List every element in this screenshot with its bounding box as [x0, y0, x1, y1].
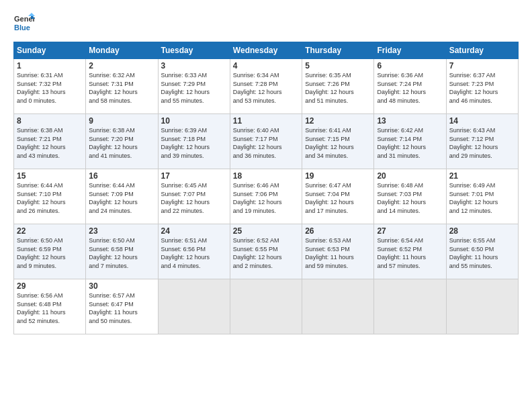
cell-content: Sunrise: 6:49 AM Sunset: 7:01 PM Dayligh… — [449, 181, 515, 215]
cell-content: Sunrise: 6:42 AM Sunset: 7:14 PM Dayligh… — [377, 126, 443, 160]
calendar-cell: 22Sunrise: 6:50 AM Sunset: 6:59 PM Dayli… — [14, 224, 86, 279]
day-number: 26 — [305, 226, 371, 236]
cell-content: Sunrise: 6:52 AM Sunset: 6:55 PM Dayligh… — [233, 236, 299, 270]
day-number: 1 — [17, 61, 83, 71]
day-number: 22 — [17, 226, 83, 236]
day-number: 3 — [161, 61, 227, 71]
calendar-cell: 28Sunrise: 6:55 AM Sunset: 6:50 PM Dayli… — [446, 224, 518, 279]
header-row: SundayMondayTuesdayWednesdayThursdayFrid… — [14, 42, 519, 59]
header-cell-tuesday: Tuesday — [158, 42, 230, 59]
day-number: 9 — [89, 116, 154, 126]
cell-content: Sunrise: 6:56 AM Sunset: 6:48 PM Dayligh… — [17, 291, 83, 325]
calendar-cell: 25Sunrise: 6:52 AM Sunset: 6:55 PM Dayli… — [230, 224, 302, 279]
day-number: 19 — [305, 171, 371, 181]
cell-content: Sunrise: 6:34 AM Sunset: 7:28 PM Dayligh… — [233, 71, 299, 105]
week-row-5: 29Sunrise: 6:56 AM Sunset: 6:48 PM Dayli… — [14, 279, 519, 334]
cell-content: Sunrise: 6:51 AM Sunset: 6:56 PM Dayligh… — [161, 236, 227, 270]
calendar-cell: 20Sunrise: 6:48 AM Sunset: 7:03 PM Dayli… — [374, 169, 446, 224]
calendar-cell: 27Sunrise: 6:54 AM Sunset: 6:52 PM Dayli… — [374, 224, 446, 279]
week-row-1: 1Sunrise: 6:31 AM Sunset: 7:32 PM Daylig… — [14, 59, 519, 114]
cell-content: Sunrise: 6:38 AM Sunset: 7:21 PM Dayligh… — [17, 126, 83, 160]
day-number: 7 — [449, 61, 515, 71]
day-number: 28 — [449, 226, 515, 236]
cell-content: Sunrise: 6:31 AM Sunset: 7:32 PM Dayligh… — [17, 71, 83, 105]
calendar-cell: 15Sunrise: 6:44 AM Sunset: 7:10 PM Dayli… — [14, 169, 86, 224]
header-cell-saturday: Saturday — [446, 42, 518, 59]
day-number: 25 — [233, 226, 299, 236]
cell-content: Sunrise: 6:55 AM Sunset: 6:50 PM Dayligh… — [449, 236, 515, 270]
cell-content: Sunrise: 6:37 AM Sunset: 7:23 PM Dayligh… — [449, 71, 515, 105]
cell-content: Sunrise: 6:35 AM Sunset: 7:26 PM Dayligh… — [305, 71, 371, 105]
header-cell-thursday: Thursday — [302, 42, 374, 59]
day-number: 14 — [449, 116, 515, 126]
calendar-cell: 21Sunrise: 6:49 AM Sunset: 7:01 PM Dayli… — [446, 169, 518, 224]
svg-text:Blue: Blue — [14, 24, 30, 32]
calendar-cell: 11Sunrise: 6:40 AM Sunset: 7:17 PM Dayli… — [230, 114, 302, 169]
cell-content: Sunrise: 6:50 AM Sunset: 6:58 PM Dayligh… — [89, 236, 154, 270]
day-number: 12 — [305, 116, 371, 126]
day-number: 23 — [89, 226, 154, 236]
day-number: 20 — [377, 171, 443, 181]
cell-content: Sunrise: 6:36 AM Sunset: 7:24 PM Dayligh… — [377, 71, 443, 105]
day-number: 24 — [161, 226, 227, 236]
day-number: 17 — [161, 171, 227, 181]
day-number: 21 — [449, 171, 515, 181]
day-number: 18 — [233, 171, 299, 181]
calendar-cell: 18Sunrise: 6:46 AM Sunset: 7:06 PM Dayli… — [230, 169, 302, 224]
day-number: 5 — [305, 61, 371, 71]
cell-content: Sunrise: 6:40 AM Sunset: 7:17 PM Dayligh… — [233, 126, 299, 160]
day-number: 27 — [377, 226, 443, 236]
calendar-cell: 16Sunrise: 6:44 AM Sunset: 7:09 PM Dayli… — [86, 169, 158, 224]
day-number: 16 — [89, 171, 154, 181]
cell-content: Sunrise: 6:39 AM Sunset: 7:18 PM Dayligh… — [161, 126, 227, 160]
page: General Blue SundayMondayTuesdayWednesda… — [0, 0, 532, 411]
day-number: 10 — [161, 116, 227, 126]
calendar-cell: 1Sunrise: 6:31 AM Sunset: 7:32 PM Daylig… — [14, 59, 86, 114]
calendar-cell: 12Sunrise: 6:41 AM Sunset: 7:15 PM Dayli… — [302, 114, 374, 169]
calendar-cell: 3Sunrise: 6:33 AM Sunset: 7:29 PM Daylig… — [158, 59, 230, 114]
header: General Blue — [13, 12, 519, 35]
header-cell-friday: Friday — [374, 42, 446, 59]
header-cell-monday: Monday — [86, 42, 158, 59]
week-row-2: 8Sunrise: 6:38 AM Sunset: 7:21 PM Daylig… — [14, 114, 519, 169]
day-number: 8 — [17, 116, 83, 126]
day-number: 30 — [89, 281, 154, 291]
logo-svg: General Blue — [13, 12, 35, 35]
cell-content: Sunrise: 6:53 AM Sunset: 6:53 PM Dayligh… — [305, 236, 371, 270]
cell-content: Sunrise: 6:46 AM Sunset: 7:06 PM Dayligh… — [233, 181, 299, 215]
cell-content: Sunrise: 6:47 AM Sunset: 7:04 PM Dayligh… — [305, 181, 371, 215]
calendar-cell — [230, 279, 302, 334]
cell-content: Sunrise: 6:33 AM Sunset: 7:29 PM Dayligh… — [161, 71, 227, 105]
day-number: 15 — [17, 171, 83, 181]
cell-content: Sunrise: 6:48 AM Sunset: 7:03 PM Dayligh… — [377, 181, 443, 215]
calendar: SundayMondayTuesdayWednesdayThursdayFrid… — [13, 42, 519, 334]
cell-content: Sunrise: 6:50 AM Sunset: 6:59 PM Dayligh… — [17, 236, 83, 270]
cell-content: Sunrise: 6:57 AM Sunset: 6:47 PM Dayligh… — [89, 291, 154, 325]
calendar-cell: 4Sunrise: 6:34 AM Sunset: 7:28 PM Daylig… — [230, 59, 302, 114]
calendar-cell: 13Sunrise: 6:42 AM Sunset: 7:14 PM Dayli… — [374, 114, 446, 169]
cell-content: Sunrise: 6:54 AM Sunset: 6:52 PM Dayligh… — [377, 236, 443, 270]
calendar-cell: 2Sunrise: 6:32 AM Sunset: 7:31 PM Daylig… — [86, 59, 158, 114]
day-number: 2 — [89, 61, 154, 71]
cell-content: Sunrise: 6:38 AM Sunset: 7:20 PM Dayligh… — [89, 126, 154, 160]
day-number: 29 — [17, 281, 83, 291]
cell-content: Sunrise: 6:41 AM Sunset: 7:15 PM Dayligh… — [305, 126, 371, 160]
header-cell-wednesday: Wednesday — [230, 42, 302, 59]
day-number: 6 — [377, 61, 443, 71]
calendar-cell — [446, 279, 518, 334]
calendar-cell: 24Sunrise: 6:51 AM Sunset: 6:56 PM Dayli… — [158, 224, 230, 279]
cell-content: Sunrise: 6:32 AM Sunset: 7:31 PM Dayligh… — [89, 71, 154, 105]
calendar-cell — [374, 279, 446, 334]
header-cell-sunday: Sunday — [14, 42, 86, 59]
week-row-3: 15Sunrise: 6:44 AM Sunset: 7:10 PM Dayli… — [14, 169, 519, 224]
day-number: 11 — [233, 116, 299, 126]
calendar-cell: 5Sunrise: 6:35 AM Sunset: 7:26 PM Daylig… — [302, 59, 374, 114]
calendar-cell: 26Sunrise: 6:53 AM Sunset: 6:53 PM Dayli… — [302, 224, 374, 279]
day-number: 4 — [233, 61, 299, 71]
calendar-cell: 17Sunrise: 6:45 AM Sunset: 7:07 PM Dayli… — [158, 169, 230, 224]
calendar-cell: 30Sunrise: 6:57 AM Sunset: 6:47 PM Dayli… — [86, 279, 158, 334]
calendar-cell — [158, 279, 230, 334]
calendar-cell: 6Sunrise: 6:36 AM Sunset: 7:24 PM Daylig… — [374, 59, 446, 114]
day-number: 13 — [377, 116, 443, 126]
cell-content: Sunrise: 6:45 AM Sunset: 7:07 PM Dayligh… — [161, 181, 227, 215]
